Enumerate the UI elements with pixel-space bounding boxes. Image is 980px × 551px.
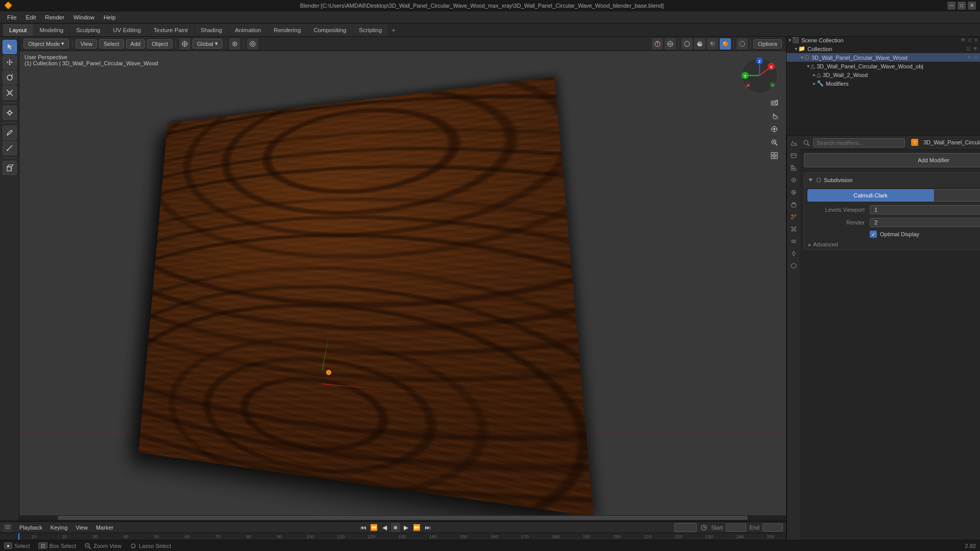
outliner-item-wall-2-wood[interactable]: ▸ △ 3D_Wall_2_Wood	[787, 70, 980, 79]
tab-compositing[interactable]: Compositing	[307, 24, 352, 36]
transform-icon[interactable]	[179, 38, 190, 49]
collection-visible[interactable]: 👁	[973, 46, 978, 52]
next-keyframe-btn[interactable]: ⏩	[412, 523, 422, 532]
xray-btn[interactable]	[737, 38, 748, 49]
add-cube-btn[interactable]	[3, 161, 17, 175]
menu-edit[interactable]: Edit	[22, 13, 40, 21]
select-menu[interactable]: Select	[99, 39, 124, 48]
outliner-item-modifiers[interactable]: ▸ 🔧 Modifiers	[787, 79, 980, 88]
start-frame-input[interactable]: 1	[726, 523, 746, 532]
add-menu[interactable]: Add	[126, 39, 145, 48]
current-frame-input[interactable]: 1	[674, 523, 697, 532]
timeline-type-icon[interactable]	[3, 523, 12, 532]
scale-tool-btn[interactable]	[3, 86, 17, 100]
modifier-toggle-icon[interactable]	[816, 177, 822, 183]
transform-orient-dropdown[interactable]: Global ▾	[192, 39, 223, 48]
toggle-wave-obj[interactable]: ▾	[807, 63, 810, 69]
rendered-btn[interactable]	[720, 38, 731, 49]
prev-keyframe-btn[interactable]: ⏪	[370, 523, 379, 532]
visibility-icon[interactable]: 👁	[961, 37, 966, 43]
rotate-tool-btn[interactable]	[3, 70, 17, 85]
view-layer-properties-tab[interactable]	[788, 162, 799, 173]
toggle-scene-collection[interactable]: ▾	[789, 37, 791, 43]
tab-animation[interactable]: Animation	[229, 24, 267, 36]
annotate-tool-btn[interactable]	[3, 126, 17, 140]
tab-sculpting[interactable]: Sculpting	[70, 24, 106, 36]
gizmo-btn[interactable]	[652, 38, 663, 49]
world-properties-tab[interactable]	[788, 187, 799, 198]
toggle-wall-panel[interactable]: ▾	[801, 55, 803, 60]
catmull-clark-btn[interactable]: Catmull-Clark	[807, 189, 934, 202]
solid-btn[interactable]	[694, 38, 705, 49]
tab-uv-editing[interactable]: UV Editing	[107, 24, 147, 36]
levels-viewport-value[interactable]: 1	[870, 205, 980, 214]
end-frame-input[interactable]: 250	[763, 523, 783, 532]
particles-properties-tab[interactable]	[788, 223, 799, 235]
object-properties-tab[interactable]	[788, 199, 799, 210]
maximize-button[interactable]: □	[958, 2, 966, 10]
play-btn[interactable]: ▶	[402, 523, 411, 532]
material-preview-btn[interactable]	[707, 38, 718, 49]
constraints-properties-tab[interactable]	[788, 248, 799, 259]
select-icon[interactable]: ⊙	[968, 37, 972, 43]
output-properties-tab[interactable]	[788, 150, 799, 161]
render-value[interactable]: 2	[870, 218, 980, 227]
wireframe-btn[interactable]	[681, 38, 693, 49]
outliner-item-wall-panel-wave[interactable]: ▾ ⬡ 3D_Wall_Panel_Circular_Wave_Wood 👁 ⊙	[787, 53, 980, 62]
modifier-properties-tab[interactable]	[788, 211, 799, 222]
hand-btn[interactable]	[769, 110, 780, 121]
toggle-modifiers[interactable]: ▸	[813, 81, 816, 86]
cursor-tool-btn[interactable]	[3, 40, 17, 54]
wall-visible[interactable]: 👁	[967, 55, 972, 60]
hide-icon[interactable]: ✕	[974, 37, 978, 43]
close-button[interactable]: ✕	[968, 2, 976, 10]
proportional-edit-btn[interactable]	[247, 38, 258, 49]
modifier-expand-icon[interactable]	[807, 177, 814, 183]
menu-render[interactable]: Render	[41, 13, 68, 21]
toggle-wall-2[interactable]: ▸	[813, 72, 816, 78]
tab-scripting[interactable]: Scripting	[353, 24, 388, 36]
tab-shading[interactable]: Shading	[194, 24, 228, 36]
navigation-gizmo[interactable]: X Y Z -X -Y	[739, 55, 780, 96]
menu-file[interactable]: File	[3, 13, 21, 21]
snap-icon[interactable]	[229, 38, 240, 49]
outliner-item-wave-obj[interactable]: ▾ △ 3D_Wall_Panel_Circular_Wave_Wood_obj	[787, 62, 980, 70]
3d-viewport[interactable]: User Perspective (1) Collection | 3D_Wal…	[19, 51, 786, 520]
tab-rendering[interactable]: Rendering	[267, 24, 307, 36]
camera-btn[interactable]	[769, 97, 780, 108]
zoom-btn[interactable]	[769, 137, 780, 148]
view-menu[interactable]: View	[72, 524, 91, 531]
menu-window[interactable]: Window	[69, 13, 99, 21]
camera-gizmo-btn[interactable]	[769, 123, 780, 135]
properties-search-input[interactable]	[813, 138, 905, 147]
add-workspace-button[interactable]: +	[388, 25, 399, 35]
tab-texture-paint[interactable]: Texture Paint	[148, 24, 194, 36]
view-menu[interactable]: View	[76, 39, 97, 48]
wall-select[interactable]: ⊙	[974, 55, 978, 60]
options-btn[interactable]: Options	[753, 39, 782, 48]
optimal-display-checkbox[interactable]: ✓	[870, 231, 877, 238]
marker-menu[interactable]: Marker	[93, 524, 116, 531]
scrollbar-thumb[interactable]	[58, 516, 748, 520]
move-tool-btn[interactable]	[3, 55, 17, 69]
toggle-collection[interactable]: ▾	[795, 46, 797, 52]
tab-modeling[interactable]: Modeling	[34, 24, 70, 36]
data-properties-tab[interactable]	[788, 260, 799, 271]
outliner-item-scene-collection[interactable]: ▾ ⬛ Scene Collection 👁 ⊙ ✕	[787, 36, 980, 44]
physics-properties-tab[interactable]	[788, 236, 799, 247]
advanced-section[interactable]: ▸ Advanced	[804, 239, 980, 249]
measure-tool-btn[interactable]	[3, 141, 17, 155]
viewport-scrollbar-horizontal[interactable]	[19, 515, 786, 520]
overlay-btn[interactable]	[665, 38, 676, 49]
play-reverse-btn[interactable]: ◀	[380, 523, 389, 532]
menu-help[interactable]: Help	[100, 13, 120, 21]
grid-btn[interactable]	[769, 150, 780, 161]
jump-start-btn[interactable]: ⏮	[359, 523, 368, 532]
playback-menu[interactable]: Playback	[16, 524, 45, 531]
outliner-item-collection[interactable]: ▾ 📁 Collection ☑ 👁	[787, 44, 980, 53]
keying-menu[interactable]: Keying	[47, 524, 71, 531]
stop-btn[interactable]: ■	[391, 523, 400, 532]
transform-tool-btn[interactable]	[3, 106, 17, 120]
object-menu[interactable]: Object	[147, 39, 173, 48]
jump-end-btn[interactable]: ⏭	[423, 523, 432, 532]
